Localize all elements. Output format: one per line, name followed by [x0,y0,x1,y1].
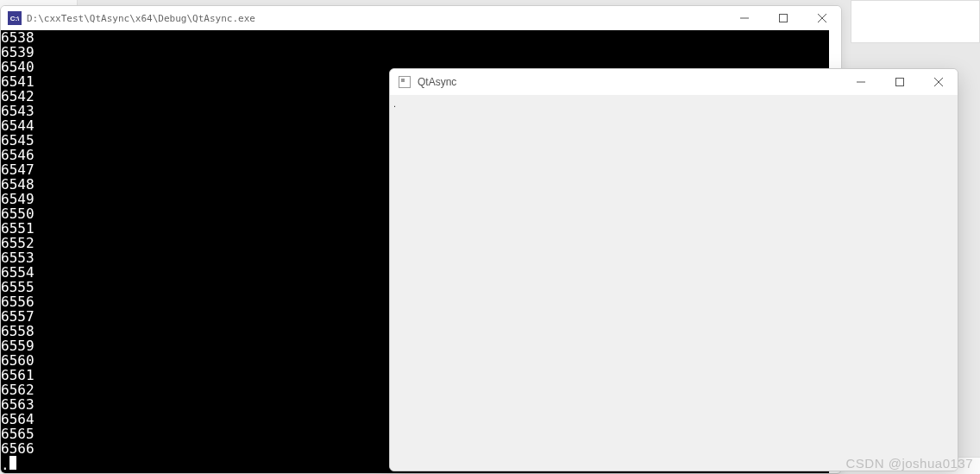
minimize-icon [857,78,865,86]
close-button[interactable] [919,69,958,95]
minimize-button[interactable] [725,6,763,30]
close-button[interactable] [802,6,841,30]
close-icon [818,14,826,22]
watermark-text: CSDN @joshua0137 [846,456,973,471]
console-line: 6538 [1,30,829,45]
maximize-button[interactable] [880,69,919,95]
svg-rect-1 [779,15,787,22]
minimize-icon [740,14,749,22]
qt-app-icon [399,76,411,88]
minimize-button[interactable] [841,69,880,95]
console-line: 6539 [1,45,829,60]
maximize-icon [895,78,904,86]
qt-title-text: QtAsync [418,76,841,88]
qt-body-text: . [393,98,396,109]
maximize-button[interactable] [763,6,802,30]
close-icon [934,78,943,86]
console-title-text: D:\cxxTest\QtAsync\x64\Debug\QtAsync.exe [27,13,725,24]
qt-window-controls [841,69,958,95]
console-window-controls [725,6,841,30]
background-window-strip [851,0,980,43]
svg-rect-5 [895,79,903,86]
console-titlebar[interactable]: C:\ D:\cxxTest\QtAsync\x64\Debug\QtAsync… [1,6,841,30]
qt-client-area[interactable]: . [390,95,958,471]
maximize-icon [779,14,788,22]
console-app-icon: C:\ [8,11,22,25]
qt-app-window: QtAsync . [389,68,958,471]
cursor-icon [9,456,16,470]
qt-titlebar[interactable]: QtAsync [390,69,958,95]
